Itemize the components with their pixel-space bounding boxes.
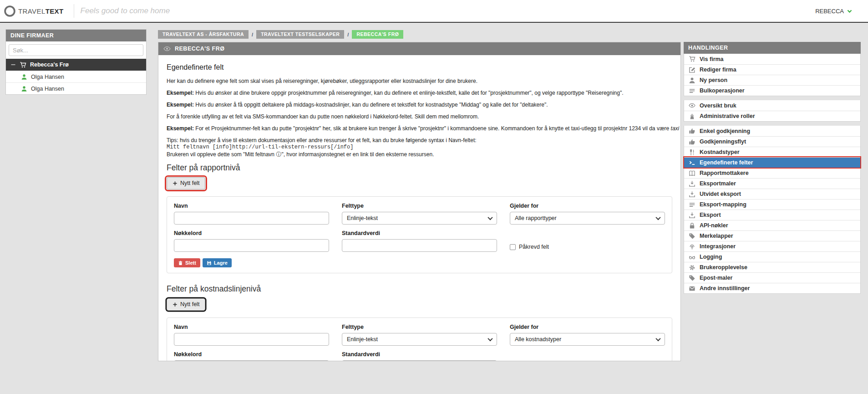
action-item-egendefinerte-felter[interactable]: Egendefinerte felter [684, 157, 860, 168]
report-keyword-label: Nøkkelord [174, 230, 329, 236]
person-icon [689, 77, 695, 84]
breadcrumb-item-current[interactable]: REBECCA'S FRØ [352, 30, 403, 39]
tips-end-text: Brukeren vil oppleve dette som "Mitt fel… [167, 151, 672, 159]
example-3: Eksempel: For et Prosjektnummer-felt kan… [167, 125, 672, 132]
action-item-eksport[interactable]: Eksport [684, 210, 860, 220]
plus-icon [173, 302, 178, 307]
company-name: Rebecca's Frø [30, 61, 69, 68]
action-item-eksportmaler[interactable]: Eksportmaler [684, 178, 860, 189]
podium-icon [689, 113, 695, 120]
cost-default-cell: Standardverdi [342, 351, 497, 361]
company-tree: Rebecca's Frø Olga Hansen Olga Hansen [6, 59, 146, 94]
new-report-field-button[interactable]: Nytt felt [167, 177, 205, 189]
tips-text: Tips: hvis du trenger å vise til ekstern… [167, 137, 672, 143]
person-row[interactable]: Olga Hansen [6, 71, 146, 82]
tag-icon [689, 275, 695, 281]
cart-icon [689, 56, 695, 62]
cost-name-input[interactable] [174, 333, 329, 346]
action-item-rediger-firma[interactable]: Rediger firma [684, 64, 860, 75]
new-cost-field-button[interactable]: Nytt felt [167, 298, 205, 311]
person-row[interactable]: Olga Hansen [6, 82, 146, 94]
action-item-godkjenningsflyt[interactable]: Godkjenningsflyt [684, 136, 860, 147]
eye-icon [689, 102, 695, 109]
action-item-rapportmottakere[interactable]: Rapportmottakere [684, 168, 860, 178]
cost-default-input[interactable] [342, 360, 497, 361]
top-header: TRAVELTEXT Feels good to come home REBEC… [0, 0, 868, 23]
breadcrumb-separator: / [252, 32, 253, 37]
panel-title: REBECCA'S FRØ [175, 46, 224, 52]
report-name-label: Navn [174, 203, 329, 209]
report-required-checkbox[interactable]: Påkrevd felt [510, 242, 665, 252]
brand-name: TRAVELTEXT [18, 7, 64, 15]
action-item-merkelapper[interactable]: Merkelapper [684, 230, 860, 241]
action-item-api-nøkler[interactable]: API-nøkler [684, 220, 860, 230]
collapse-icon[interactable] [10, 62, 16, 67]
company-panel-header: REBECCA'S FRØ [158, 42, 680, 55]
report-applies-cell: Gjelder for Alle rapporttyper [510, 203, 665, 225]
cost-applies-select[interactable]: Alle kostnadstyper [510, 333, 665, 346]
breadcrumb-item-company-group[interactable]: TRAVELTEXT AS - ÅRSFAKTURA [158, 30, 249, 39]
action-item-enkel-godkjenning[interactable]: Enkel godkjenning [684, 126, 860, 136]
export-icon [689, 180, 695, 187]
action-item-eksport-mapping[interactable]: Eksport-mapping [684, 199, 860, 210]
action-item-administrative-roller[interactable]: Administrative roller [684, 111, 860, 121]
report-keyword-input[interactable] [174, 239, 329, 252]
terminal-icon [689, 159, 695, 166]
company-search-input[interactable] [9, 44, 143, 56]
breadcrumb: TRAVELTEXT AS - ÅRSFAKTURA / TRAVELTEXT … [158, 30, 403, 39]
select-chevron-icon [487, 215, 492, 220]
cost-fields-heading: Felter på kostnadslinjenivå [167, 284, 672, 294]
action-item-integrasjoner[interactable]: Integrasjoner [684, 241, 860, 251]
report-fieldtype-label: Felttype [342, 203, 497, 209]
cost-default-label: Standardverdi [342, 351, 497, 358]
brand: TRAVELTEXT [4, 5, 64, 17]
example-1: Eksempel: Hvis du ønsker at dine brukere… [167, 90, 672, 96]
action-item-epost-maler[interactable]: Epost-maler [684, 272, 860, 283]
action-item-utvidet-eksport[interactable]: Utvidet eksport [684, 189, 860, 199]
report-default-label: Standardverdi [342, 230, 497, 236]
book-icon [689, 170, 695, 177]
thumb-icon [689, 128, 695, 134]
breadcrumb-item-subgroup[interactable]: TRAVELTEXT TESTSELSKAPER [256, 30, 344, 39]
cost-field-form: Navn Felttype Enlinje-tekst Gjelder for … [167, 317, 672, 361]
action-item-oversikt-bruk[interactable]: Oversikt bruk [684, 100, 860, 111]
tag-icon [689, 233, 695, 240]
save-icon [207, 261, 212, 266]
user-menu[interactable]: REBECCA [815, 8, 853, 15]
tagline: Feels good to come home [81, 6, 170, 15]
action-item-ny-person[interactable]: Ny person [684, 75, 860, 85]
delete-report-field-button[interactable]: Slett [174, 258, 200, 267]
action-item-brukeropplevelse[interactable]: Brukeropplevelse [684, 262, 860, 272]
save-report-field-button[interactable]: Lagre [203, 258, 232, 267]
intro-text: Her kan du definere egne felt som skal v… [167, 78, 672, 84]
action-item-logging[interactable]: Logging [684, 251, 860, 262]
action-item-kostnadstyper[interactable]: Kostnadstyper [684, 147, 860, 157]
action-item-andre-innstillinger[interactable]: Andre innstillinger [684, 283, 860, 293]
cart-icon [20, 61, 26, 68]
action-item-bulkoperasjoner[interactable]: Bulkoperasjoner [684, 85, 860, 96]
report-fields-heading: Felter på rapportnivå [167, 163, 672, 173]
report-fieldtype-cell: Felttype Enlinje-tekst [342, 203, 497, 225]
company-search-wrap [6, 41, 146, 59]
tree-company-row[interactable]: Rebecca's Frø [6, 59, 146, 71]
cost-keyword-input[interactable] [174, 360, 329, 361]
report-keyword-cell: Nøkkelord [174, 230, 329, 252]
cost-fieldtype-select[interactable]: Enlinje-tekst [342, 333, 497, 346]
export-icon [689, 212, 695, 219]
report-default-input[interactable] [342, 239, 497, 252]
report-name-input[interactable] [174, 212, 329, 225]
custom-fields-heading: Egendefinerte felt [167, 63, 672, 72]
report-name-cell: Navn [174, 203, 329, 225]
report-form-buttons: Slett Lagre [174, 258, 665, 267]
person-icon [21, 86, 27, 92]
example-2: Eksempel: Hvis du ønsker å få oppgitt de… [167, 102, 672, 108]
thumb-icon [689, 138, 695, 145]
actions-groups: Vis firma Rediger firma Ny person Bulkop… [684, 54, 861, 294]
report-applies-select[interactable]: Alle rapporttyper [510, 212, 665, 225]
traveltext-logo-icon [4, 5, 16, 17]
action-item-vis-firma[interactable]: Vis firma [684, 54, 860, 64]
cutlery-icon [689, 149, 695, 156]
cost-keyword-label: Nøkkelord [174, 351, 329, 358]
report-fieldtype-select[interactable]: Enlinje-tekst [342, 212, 497, 225]
report-default-cell: Standardverdi [342, 230, 497, 252]
